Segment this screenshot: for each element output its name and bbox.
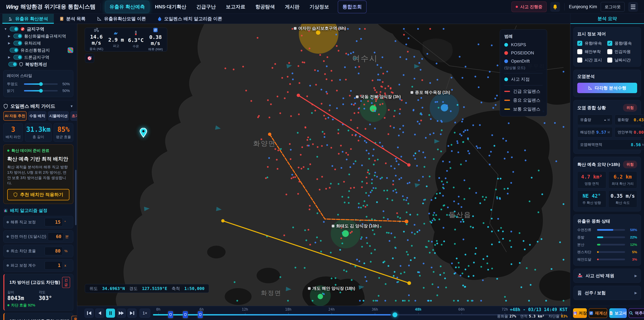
layer-row-tanker-ban[interactable]: 유조선통행금지	[3, 47, 73, 54]
slider-track[interactable]	[24, 90, 58, 92]
boom-mode-button[interactable]: 시뮬레이션	[48, 111, 69, 121]
tree-expand-icon[interactable]: ▶	[7, 41, 12, 45]
setting-value-input[interactable]: 1	[44, 261, 63, 270]
timeline-track[interactable]: 0h 6h 12h 18h 24h 36h	[153, 306, 570, 320]
recalculate-button[interactable]: 재계산	[589, 308, 607, 318]
weathering-bar-row: 증발 22%	[577, 235, 637, 240]
skip-end-button[interactable]	[128, 308, 136, 318]
expand-arrow-icon[interactable]: ▶	[634, 291, 637, 295]
display-checkbox[interactable]: ✓ 풍향/풍속	[607, 41, 637, 46]
checkbox-icon[interactable]: ✓	[607, 58, 612, 63]
layer-row-nll[interactable]: 북방한계선	[3, 61, 73, 68]
tab-diffusion-analysis[interactable]: 유출유 확산분석	[2, 14, 54, 24]
boom-deploy-marker[interactable]	[198, 311, 203, 318]
incident-pin-icon[interactable]	[140, 128, 147, 138]
tab-diffusion-model-theory[interactable]: 유출유확산모델 이론	[91, 14, 152, 24]
locate-incident-button[interactable]	[85, 54, 94, 63]
timeline-tick[interactable]: 12h	[240, 307, 250, 311]
layer-row-sox-zone[interactable]: ▶ 황산화물배출규제지역	[3, 33, 73, 40]
timeline-tick[interactable]: 6h	[196, 307, 207, 311]
timeline-tick[interactable]: 60h	[456, 307, 467, 311]
tab-boom-algorithm-theory[interactable]: 오일펜스 배치 알고리즘 이론	[152, 14, 228, 24]
defense-line-card[interactable]: 1차 방어선 (고강도 차단형) 긴급 길이 각도 8043m 303°	[3, 274, 73, 310]
boom-deploy-marker[interactable]	[183, 311, 188, 318]
timeline-tick[interactable]: 24h	[326, 307, 337, 311]
layer-style-swatch-icon[interactable]	[68, 47, 73, 53]
notifications-button[interactable]	[550, 2, 560, 12]
boom-guide-header: 오일펜스 배치 가이드 ▼	[3, 103, 73, 110]
display-checkbox[interactable]: ✓ 날짜시간	[607, 57, 637, 63]
defense-line-card[interactable]: 2차 방어선 (외해용 중형 포위망) 중요 길이 각도 11180m 303°	[3, 313, 73, 320]
setting-value-input[interactable]: 15	[44, 218, 63, 226]
layer-toggle[interactable]	[14, 34, 22, 39]
checkbox-icon[interactable]: ✓	[577, 49, 582, 54]
tree-expand-icon[interactable]: ▶	[7, 55, 12, 59]
nav-item[interactable]: 항공탐색	[251, 1, 279, 13]
polygon-analysis-button[interactable]: 다각형 분석수행	[577, 83, 637, 93]
collapse-caret-icon[interactable]: ▼	[70, 104, 73, 108]
nav-item[interactable]: 유출유 확산예측	[105, 1, 149, 13]
nav-item[interactable]: 통합조회	[338, 1, 366, 13]
timeline-tick[interactable]: 18h	[283, 307, 294, 311]
owner-insurance-section[interactable]: 선주 / 보험 ▶	[574, 286, 641, 300]
panel-header[interactable]: 분석 요약	[570, 14, 644, 24]
land-layer	[77, 24, 570, 306]
forecast-cell: 6.2 km 최대 확산 거리	[608, 171, 637, 188]
layer-toggle[interactable]	[8, 62, 17, 67]
apply-recommendation-button[interactable]: 추천 배치안 적용하기	[7, 189, 70, 200]
menu-button[interactable]	[628, 2, 638, 12]
timeline-tick[interactable]: 36h	[370, 307, 380, 311]
nav-item[interactable]: 보고자료	[222, 1, 250, 13]
boom-mode-button[interactable]: AI 자동 추천	[3, 111, 26, 121]
sidebar-scrollbar[interactable]	[75, 170, 76, 225]
display-checkbox[interactable]: ✓ 민감자원	[607, 49, 637, 54]
boom-mode-button[interactable]: 초기화	[70, 111, 77, 121]
layer-toggle[interactable]	[14, 55, 22, 60]
display-checkbox[interactable]: ✓ 해안부착	[577, 49, 607, 54]
layer-toggle[interactable]	[10, 48, 18, 53]
defense-length-value: 8043m	[8, 295, 39, 301]
setting-value-input[interactable]: 60	[48, 232, 64, 241]
fast-forward-button[interactable]	[117, 308, 126, 318]
checkbox-icon[interactable]: ✓	[607, 41, 612, 46]
legend-line-icon	[504, 91, 510, 92]
vessel-spec-section[interactable]: 사고 선박 제원 ▶	[574, 269, 641, 283]
layer-toggle[interactable]	[14, 41, 22, 46]
layer-toggle[interactable]	[10, 27, 18, 31]
checkbox-icon[interactable]: ✓	[577, 58, 582, 63]
slider-knob[interactable]	[39, 82, 43, 86]
pause-button[interactable]	[106, 308, 115, 318]
layer-row-restricted-zone[interactable]: ▼ 금지구역	[3, 26, 73, 33]
timeline-tick[interactable]: 0h	[153, 307, 164, 311]
nav-item[interactable]: HNS·대기확산	[150, 1, 191, 13]
setting-value-input[interactable]: 80	[44, 247, 63, 255]
backtrack-button[interactable]: 역추적	[629, 308, 644, 318]
logout-button[interactable]: 로그아웃	[601, 2, 624, 12]
app-logo[interactable]: Wing 해양환경 위기대응 통합시스템	[6, 3, 96, 11]
timeline-tick[interactable]: 48h	[413, 307, 424, 311]
skip-start-button[interactable]	[84, 308, 94, 318]
step-back-button[interactable]	[95, 308, 104, 318]
save-button[interactable]: 저장	[573, 308, 587, 318]
timeline-knob[interactable]	[392, 312, 397, 317]
nav-item[interactable]: 기상정보	[305, 1, 334, 13]
slider-track[interactable]	[24, 83, 58, 85]
speed-button[interactable]: 1×	[140, 308, 150, 318]
tree-expand-icon[interactable]: ▼	[3, 27, 8, 31]
boom-mode-button[interactable]: 수동 배치	[28, 111, 46, 121]
layer-row-drone-ban[interactable]: ▶ 드론금지구역	[3, 54, 73, 61]
checkbox-icon[interactable]: ✓	[607, 49, 612, 54]
boom-deploy-marker[interactable]	[168, 311, 173, 318]
expand-arrow-icon[interactable]: ▶	[634, 274, 637, 278]
map-canvas[interactable]: 여수시 화양면 화정면 돌산읍 두무리	[77, 24, 570, 306]
report-button[interactable]: 보고서	[609, 308, 627, 318]
nav-item[interactable]: 게시판	[280, 1, 304, 13]
checkbox-icon[interactable]: ✓	[577, 41, 582, 46]
nav-item[interactable]: 긴급구난	[192, 1, 220, 13]
display-checkbox[interactable]: ✓ 시간 표시	[577, 57, 607, 63]
tab-analysis-list[interactable]: 분석 목록	[54, 14, 92, 24]
layer-row-dispersant[interactable]: ▶ 유처리제	[3, 40, 73, 47]
tree-expand-icon[interactable]: ▶	[7, 34, 12, 38]
display-checkbox[interactable]: ✓ 유향/유속	[577, 41, 607, 46]
slider-knob[interactable]	[39, 89, 43, 93]
